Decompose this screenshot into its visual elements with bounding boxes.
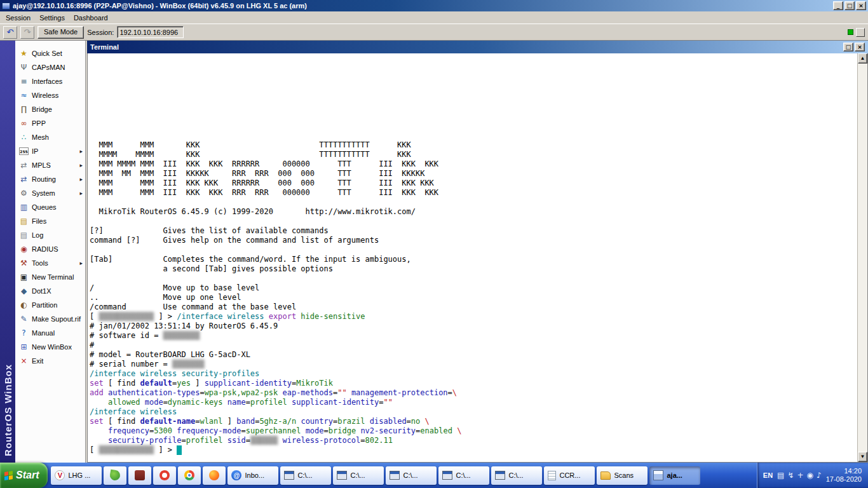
sidebar-item-mesh[interactable]: ∴Mesh (15, 130, 85, 144)
sidebar-item-label: Wireless (32, 92, 58, 99)
sidebar-item-radius[interactable]: ◉RADIUS (15, 242, 85, 256)
start-button-label: Start (16, 470, 39, 481)
session-input[interactable] (117, 26, 184, 38)
sidebar-item-make-supout-rif[interactable]: ✎Make Supout.rif (15, 312, 85, 326)
terminal-scrollbar[interactable]: ▲ ▼ (857, 53, 867, 462)
sidebar-item-mpls[interactable]: ⇄MPLS▸ (15, 158, 85, 172)
terminal-line: .. Move up one level (90, 293, 857, 302)
scroll-up-button[interactable]: ▲ (858, 53, 867, 64)
winbox-icon (653, 470, 663, 480)
terminal-body: MMM MMM KKK TTTTTTTTTTT KKK MMMM MMMM KK… (87, 53, 868, 463)
close-button[interactable]: × (856, 1, 866, 10)
sidebar-item-new-terminal[interactable]: ▣New Terminal (15, 270, 85, 284)
toolbar-indicator-box (856, 28, 865, 37)
terminal-line (90, 102, 857, 112)
menu-item-dashboard[interactable]: Dashboard (69, 13, 112, 23)
terminal-line: set [ find default-name=wlanl ] band=5gh… (90, 417, 857, 426)
toolbar: ↶ ↷ Safe Mode Session: (0, 24, 868, 41)
terminal-line (90, 131, 857, 140)
sidebar-item-capsman[interactable]: ΨCAPsMAN (15, 60, 85, 74)
network-tray-icon[interactable]: ◉ (807, 471, 813, 480)
minimize-button[interactable]: _ (833, 1, 843, 10)
sidebar-item-queues[interactable]: ▥Queues (15, 200, 85, 214)
taskbar-button-scans[interactable]: Scans (597, 466, 648, 485)
sidebar-item-interfaces[interactable]: ≡Interfaces (15, 74, 85, 88)
terminal-line: # serial number = ▒▒▒▒▒▒▒ (90, 360, 857, 369)
terminal-line (90, 121, 857, 131)
sidebar-item-manual[interactable]: ?Manual (15, 326, 85, 340)
windows-flag-icon (4, 471, 13, 480)
sidebar-item-bridge[interactable]: ∏Bridge (15, 102, 85, 116)
connection-status-indicator (848, 29, 853, 35)
taskbar-icon-firefox[interactable] (203, 466, 226, 485)
usb-tray-icon[interactable]: + (797, 471, 804, 480)
sidebar-item-label: New Terminal (32, 273, 74, 281)
sidebar-item-routing[interactable]: ⇄Routing▸ (15, 172, 85, 186)
taskbar-button-lhg[interactable]: VLHG ... (51, 466, 102, 485)
sidebar-item-tools[interactable]: ⚒Tools▸ (15, 256, 85, 270)
sidebar-item-ppp[interactable]: ∞PPP (15, 116, 85, 130)
sidebar-item-quick-set[interactable]: ★Quick Set (15, 46, 85, 60)
sidebar-item-label: RADIUS (32, 245, 58, 253)
radius-icon: ◉ (19, 245, 29, 254)
scroll-down-button[interactable]: ▼ (858, 452, 867, 462)
taskbar-button-c[interactable]: C:\... (333, 466, 384, 485)
taskbar-items: VLHG ...@Inbo...C:\...C:\...C:\...C:\...… (48, 463, 756, 488)
terminal-line: MikroTik RouterOS 6.45.9 (c) 1999-2020 h… (90, 207, 857, 217)
taskbar-icon-opera[interactable] (153, 466, 176, 485)
manual-icon: ? (19, 329, 29, 338)
sidebar-item-dot1x[interactable]: ◆Dot1X (15, 284, 85, 298)
sidebar-item-partition[interactable]: ◐Partition (15, 298, 85, 312)
sidebar-item-label: Partition (32, 301, 57, 309)
taskbar-button-c[interactable]: C:\... (438, 466, 489, 485)
language-indicator[interactable]: EN (763, 471, 773, 479)
terminal-line: MMM MMM III KKK KKK RRRRRR 000 000 TTT I… (90, 179, 857, 188)
sidebar-item-ip[interactable]: 255IP▸ (15, 144, 85, 158)
start-button[interactable]: Start (0, 463, 48, 488)
taskbar-button-aja[interactable]: aja... (649, 466, 700, 485)
terminal-line (90, 198, 857, 207)
menu-item-session[interactable]: Session (1, 13, 35, 23)
volume-tray-icon[interactable]: ♪ (817, 471, 822, 480)
undo-button[interactable]: ↶ (3, 26, 17, 39)
terminal-maximize-button[interactable]: □ (843, 43, 853, 51)
taskbar-button-c[interactable]: C:\... (280, 466, 331, 485)
sidebar-item-new-winbox[interactable]: ⊞New WinBox (15, 340, 85, 354)
mesh-icon: ∴ (19, 133, 29, 142)
maximize-button[interactable]: □ (844, 1, 855, 10)
redo-button[interactable]: ↷ (20, 26, 34, 39)
taskbar-icon-leaf[interactable] (104, 466, 126, 485)
taskbar-icon-chrome[interactable] (178, 466, 201, 485)
sidebar-item-label: Bridge (32, 105, 52, 113)
session-label: Session: (87, 29, 114, 36)
terminal-titlebar: Terminal □ × (87, 41, 868, 53)
ip-icon: 255 (19, 147, 29, 155)
menu-item-settings[interactable]: Settings (35, 13, 69, 23)
terminal-line: / Move up to base level (90, 283, 857, 293)
taskbar-icon-maroon-app[interactable] (128, 466, 151, 485)
system-icon: ⚙ (19, 189, 29, 198)
sidebar-item-log[interactable]: ▤Log (15, 228, 85, 242)
taskbar-button-inbo[interactable]: @Inbo... (227, 466, 278, 485)
taskbar-button-ccr[interactable]: CCR... (544, 466, 595, 485)
keyboard-tray-icon[interactable]: ▤ (777, 471, 784, 480)
menubar: Session Settings Dashboard (0, 11, 868, 24)
sidebar-item-exit[interactable]: ×Exit (15, 354, 85, 368)
sidebar-item-wireless[interactable]: ≈Wireless (15, 88, 85, 102)
sidebar-item-files[interactable]: ▤Files (15, 214, 85, 228)
submenu-arrow-icon: ▸ (79, 176, 83, 182)
update-tray-icon[interactable]: ↯ (787, 471, 794, 480)
terminal-line: security-profile=profilel ssid=▒▒▒▒▒▒ wi… (90, 436, 857, 445)
taskbar-button-c[interactable]: C:\... (386, 466, 437, 485)
safe-mode-button[interactable]: Safe Mode (37, 26, 84, 39)
terminal-cursor (177, 445, 181, 455)
mpls-icon: ⇄ (19, 161, 29, 170)
taskbar-button-c[interactable]: C:\... (491, 466, 542, 485)
submenu-arrow-icon: ▸ (79, 190, 83, 196)
sidebar-item-label: Dot1X (32, 287, 51, 295)
terminal-line: command [?] Gives help on the command an… (90, 236, 857, 245)
terminal-output[interactable]: MMM MMM KKK TTTTTTTTTTT KKK MMMM MMMM KK… (88, 53, 857, 462)
sidebar-item-system[interactable]: ⚙System▸ (15, 186, 85, 200)
tools-icon: ⚒ (19, 259, 29, 268)
terminal-close-button[interactable]: × (855, 43, 865, 51)
